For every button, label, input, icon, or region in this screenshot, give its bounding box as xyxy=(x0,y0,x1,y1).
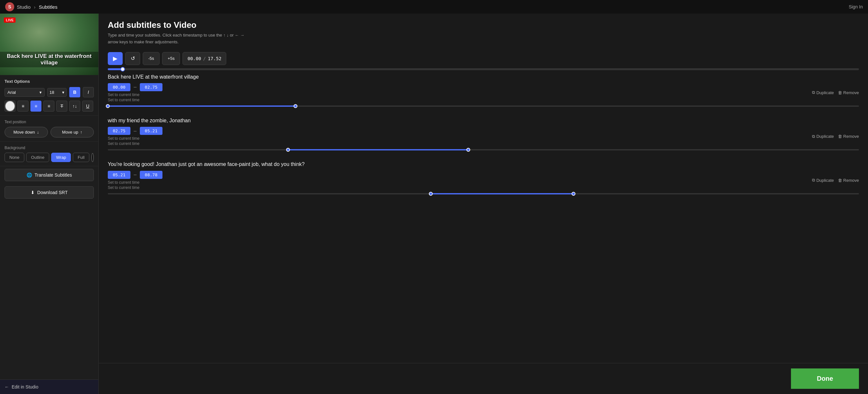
time-dash: – xyxy=(134,128,136,134)
remove-button[interactable]: 🗑 Remove xyxy=(838,177,859,183)
skip-back-button[interactable]: -5s xyxy=(143,52,160,65)
align-right-button[interactable]: ≡ xyxy=(43,101,54,111)
remove-label: Remove xyxy=(843,134,859,139)
download-icon: ⬇ xyxy=(31,190,35,195)
range-end-thumb[interactable] xyxy=(571,192,576,196)
bg-full-button[interactable]: Full xyxy=(73,153,89,162)
duplicate-button[interactable]: ⧉ Duplicate xyxy=(812,134,834,139)
total-time: 17.52 xyxy=(208,56,221,61)
end-time-action[interactable]: Set to current time xyxy=(108,98,809,102)
subtitle-text: You're looking good! Jonathan just got a… xyxy=(108,161,859,168)
done-button[interactable]: Done xyxy=(791,368,859,389)
align-left-button[interactable]: ≡ xyxy=(18,101,29,111)
translate-subtitles-button[interactable]: 🌐 Translate Subtitles xyxy=(4,169,94,181)
text-options-section: Text Options Arial ▾ 18 ▾ B I ≡ xyxy=(0,75,98,116)
studio-logo: S xyxy=(5,2,14,11)
edit-in-studio-button[interactable]: ← Edit in Studio xyxy=(0,380,98,394)
time-row: 05.21 – 08.78 Set to current time Set to… xyxy=(108,171,859,190)
download-label: Download SRT xyxy=(37,190,68,195)
nav-left: S Studio › Subtitles xyxy=(5,2,57,11)
end-time-box[interactable]: 05.21 xyxy=(140,127,162,135)
move-down-label: Move down xyxy=(13,130,35,135)
download-srt-button[interactable]: ⬇ Download SRT xyxy=(4,186,94,199)
font-family-chevron-icon: ▾ xyxy=(39,90,42,95)
range-start-thumb[interactable] xyxy=(429,192,433,196)
subtitle-text: Back here LIVE at the waterfront village xyxy=(108,73,859,80)
alignment-row: ≡ ≡ ≡ T ↑↓ U xyxy=(4,101,94,111)
desc-line2: arrow keys to make finer adjustments. xyxy=(108,39,179,44)
range-end-thumb[interactable] xyxy=(466,148,470,152)
align-center-button[interactable]: ≡ xyxy=(30,101,41,111)
subscript-icon: ↑↓ xyxy=(72,103,77,109)
bg-none-button[interactable]: None xyxy=(4,153,24,162)
underline-button[interactable]: U xyxy=(82,101,93,111)
range-track[interactable] xyxy=(108,193,859,194)
text-position-label: Text position xyxy=(4,120,94,124)
color-button[interactable] xyxy=(4,101,16,111)
range-track[interactable] xyxy=(108,149,859,151)
start-time-action[interactable]: Set to current time xyxy=(108,136,809,141)
subtitle-text: with my friend the zombie, Jonathan xyxy=(108,117,859,124)
studio-link[interactable]: Studio xyxy=(17,4,31,10)
sidebar: LIVE Back here LIVE at the waterfront vi… xyxy=(0,13,99,394)
subtitles-link[interactable]: Subtitles xyxy=(39,4,58,10)
time-separator: / xyxy=(203,56,206,61)
remove-label: Remove xyxy=(843,178,859,183)
skip-forward-button[interactable]: +5s xyxy=(162,52,180,65)
move-buttons: Move down ↓ Move up ↑ xyxy=(4,127,94,137)
start-time-box[interactable]: 02.75 xyxy=(108,127,130,135)
subscript-button[interactable]: ↑↓ xyxy=(69,101,80,111)
end-time-box[interactable]: 08.78 xyxy=(140,171,162,179)
bg-color-circle[interactable] xyxy=(91,153,94,162)
move-up-button[interactable]: Move up ↑ xyxy=(51,127,94,137)
range-start-thumb[interactable] xyxy=(106,104,110,108)
bg-wrap-button[interactable]: Wrap xyxy=(51,153,71,162)
remove-button[interactable]: 🗑 Remove xyxy=(838,90,859,95)
bold-button[interactable]: B xyxy=(69,87,80,97)
text-position-section: Text position Move down ↓ Move up ↑ xyxy=(0,116,98,142)
remove-button[interactable]: 🗑 Remove xyxy=(838,134,859,139)
font-size-value: 18 xyxy=(50,90,54,95)
timeline-thumb[interactable] xyxy=(120,67,125,71)
trash-icon: 🗑 xyxy=(838,134,842,139)
subtitle-entry: with my friend the zombie, Jonathan 02.7… xyxy=(108,117,859,152)
timeline-track[interactable] xyxy=(108,68,859,70)
end-time-action[interactable]: Set to current time xyxy=(108,185,809,190)
duplicate-button[interactable]: ⧉ Duplicate xyxy=(812,90,834,95)
start-time-box[interactable]: 05.21 xyxy=(108,171,130,179)
range-end-thumb[interactable] xyxy=(293,104,298,108)
translate-label: Translate Subtitles xyxy=(35,172,72,177)
end-time-box[interactable]: 02.75 xyxy=(140,83,162,91)
strikethrough-icon: T xyxy=(61,103,63,109)
translate-icon: 🌐 xyxy=(27,172,32,177)
duplicate-button[interactable]: ⧉ Duplicate xyxy=(812,177,834,183)
replay-button[interactable]: ↺ xyxy=(125,52,140,65)
start-time-box[interactable]: 00.00 xyxy=(108,83,130,91)
strikethrough-button[interactable]: T xyxy=(56,101,67,111)
bg-outline-button[interactable]: Outline xyxy=(26,153,49,162)
duplicate-icon: ⧉ xyxy=(812,134,815,139)
top-nav: S Studio › Subtitles Sign In xyxy=(0,0,868,13)
start-time-action[interactable]: Set to current time xyxy=(108,93,809,97)
italic-button[interactable]: I xyxy=(83,87,94,97)
text-options-label: Text Options xyxy=(4,79,94,84)
time-dash: – xyxy=(134,84,136,90)
align-right-icon: ≡ xyxy=(48,103,50,109)
time-range-row: 02.75 – 05.21 xyxy=(108,127,809,135)
play-button[interactable]: ▶ xyxy=(108,52,123,65)
color-circle xyxy=(5,101,15,111)
duplicate-label: Duplicate xyxy=(816,134,834,139)
time-range-row: 05.21 – 08.78 xyxy=(108,171,809,179)
start-time-action[interactable]: Set to current time xyxy=(108,180,809,185)
content-header: Add subtitles to Video Type and time you… xyxy=(99,13,868,49)
replay-icon: ↺ xyxy=(131,55,135,62)
breadcrumb: Studio › Subtitles xyxy=(17,4,57,10)
font-size-select[interactable]: 18 ▾ xyxy=(47,88,67,97)
font-family-select[interactable]: Arial ▾ xyxy=(4,88,45,97)
end-time-action[interactable]: Set to current time xyxy=(108,141,809,146)
move-down-button[interactable]: Move down ↓ xyxy=(4,127,48,137)
range-track[interactable] xyxy=(108,105,859,107)
range-start-thumb[interactable] xyxy=(286,148,290,152)
sign-in-button[interactable]: Sign In xyxy=(848,4,863,9)
timeline-container xyxy=(99,68,868,70)
